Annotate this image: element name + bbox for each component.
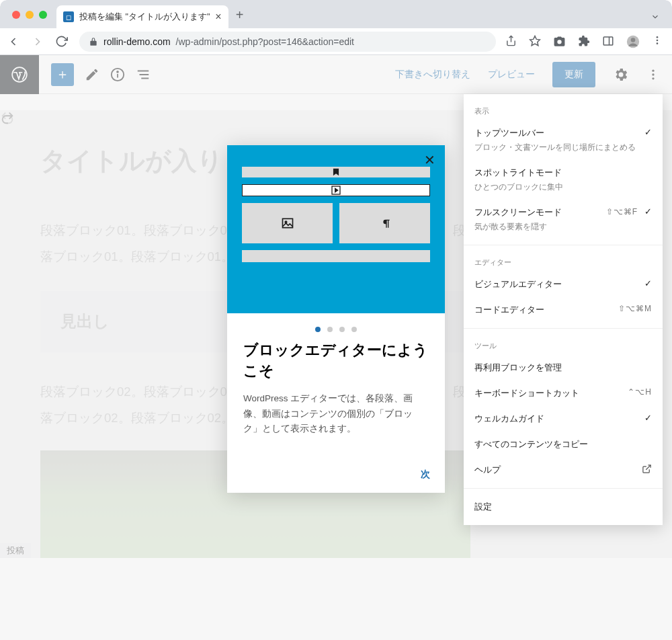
preview-button[interactable]: プレビュー [488,69,535,81]
tab-title: 投稿を編集 "タイトルが入ります" [79,11,210,23]
menu-fullscreen-label: フルスクリーンモード [474,206,601,218]
reload-button[interactable] [55,35,70,48]
menu-code-editor[interactable]: コードエディター ⇧⌥⌘M [464,297,663,323]
svg-point-12 [117,71,118,72]
panel-icon[interactable] [602,35,614,48]
mock-block-icon [242,167,430,177]
menu-top-toolbar-sub: ブロック・文書ツールを同じ場所にまとめる [474,141,639,153]
svg-point-16 [652,69,654,71]
dot-1[interactable] [315,327,321,332]
kebab-menu-icon[interactable] [652,35,663,48]
shortcut-label: ⇧⌥⌘M [618,304,652,313]
url-host: rollin-demo.com [103,36,171,47]
mock-video-icon [242,184,430,196]
camera-icon[interactable] [553,35,566,48]
status-bar: 投稿 [0,543,31,558]
mock-block-stub [242,250,430,262]
svg-rect-21 [282,218,292,227]
update-button[interactable]: 更新 [552,62,595,87]
svg-point-8 [657,42,659,44]
check-icon [644,278,652,288]
new-tab-button[interactable]: + [228,7,251,28]
svg-point-7 [657,39,659,41]
welcome-guide-modal: ✕ ブロックエディターにようこそ WordPres [227,145,445,493]
chevron-down-icon[interactable] [650,12,672,28]
add-block-button[interactable]: ＋ [51,63,74,86]
info-icon[interactable] [110,67,125,82]
options-dropdown: 表示 トップツールバー ブロック・文書ツールを同じ場所にまとめる スポットライト… [464,94,663,525]
maximize-window-icon[interactable] [39,11,47,19]
dot-2[interactable] [327,327,333,332]
url-input[interactable]: rollin-demo.com/wp-admin/post.php?post=1… [79,32,496,52]
nav-back-button[interactable] [7,35,22,48]
menu-fullscreen[interactable]: フルスクリーンモード 気が散る要素を隠す ⇧⌥⌘F [464,200,663,239]
next-button[interactable]: 次 [421,469,430,479]
menu-top-toolbar[interactable]: トップツールバー ブロック・文書ツールを同じ場所にまとめる [464,120,663,160]
svg-rect-2 [603,37,613,45]
check-icon [644,127,652,137]
menu-spotlight-sub: ひとつのブロックに集中 [474,181,652,193]
close-icon[interactable]: ✕ [424,152,435,168]
menu-settings[interactable]: 設定 [464,494,663,520]
external-link-icon [636,464,652,474]
menu-help[interactable]: ヘルプ [464,457,663,483]
share-icon[interactable] [505,35,517,48]
window-controls [0,11,56,28]
more-menu-icon[interactable] [646,68,660,81]
toolbar-icons [505,35,665,48]
browser-tab[interactable]: ◻ 投稿を編集 "タイトルが入ります" × [56,5,228,28]
shortcut-label: ⇧⌥⌘F [606,207,638,216]
menu-visual-editor[interactable]: ビジュアルエディター [464,272,663,297]
wordpress-logo-icon[interactable] [0,55,39,94]
check-icon [644,206,652,216]
menu-keyboard-shortcuts[interactable]: キーボードショートカット ⌃⌥H [464,381,663,406]
modal-illustration: ✕ [227,145,445,313]
pagination-dots [227,313,445,335]
extensions-icon[interactable] [578,35,590,48]
check-icon [644,413,652,423]
browser-chrome: ◻ 投稿を編集 "タイトルが入ります" × + rollin-demo.com/… [0,0,672,55]
favicon-icon: ◻ [63,11,74,22]
minimize-window-icon[interactable] [26,11,34,19]
nav-forward-button[interactable] [31,35,46,48]
menu-fullscreen-sub: 気が散る要素を隠す [474,221,601,233]
svg-marker-20 [335,188,338,192]
svg-point-17 [652,73,654,75]
section-editor: エディター [464,251,663,272]
address-bar: rollin-demo.com/wp-admin/post.php?post=1… [0,28,672,55]
url-path: /wp-admin/post.php?post=146&action=edit [176,36,354,47]
close-window-icon[interactable] [12,11,20,19]
menu-welcome-guide[interactable]: ウェルカムガイド [464,406,663,432]
svg-point-6 [657,36,659,38]
star-icon[interactable] [529,35,541,48]
editor-toolbar: ＋ 下書きへ切り替え プレビュー 更新 [0,55,672,94]
svg-point-18 [652,77,654,79]
shortcut-label: ⌃⌥H [628,387,652,397]
menu-top-toolbar-label: トップツールバー [474,127,639,139]
modal-text: WordPress エディターでは、各段落、画像、動画はコンテンツの個別の「ブロ… [243,391,429,438]
dot-3[interactable] [339,327,345,332]
svg-line-23 [646,465,650,470]
outline-icon[interactable] [136,67,151,82]
lock-icon [89,37,98,46]
mock-image-icon [242,203,333,243]
section-tools: ツール [464,334,663,355]
menu-spotlight[interactable]: スポットライトモード ひとつのブロックに集中 [464,160,663,200]
modal-title: ブロックエディターにようこそ [243,340,429,382]
menu-spotlight-label: スポットライトモード [474,167,652,179]
switch-to-draft-button[interactable]: 下書きへ切り替え [395,69,470,81]
menu-reusable-blocks[interactable]: 再利用ブロックを管理 [464,355,663,381]
profile-icon[interactable] [626,35,640,48]
mock-paragraph-icon [339,203,430,243]
svg-marker-1 [530,36,540,45]
edit-icon[interactable] [85,67,99,82]
svg-point-5 [631,38,636,42]
menu-copy-all[interactable]: すべてのコンテンツをコピー [464,432,663,457]
settings-gear-icon[interactable] [613,67,629,83]
tab-strip: ◻ 投稿を編集 "タイトルが入ります" × + [0,0,672,28]
tab-close-icon[interactable]: × [215,11,221,23]
dot-4[interactable] [351,327,357,332]
section-display: 表示 [464,99,663,120]
